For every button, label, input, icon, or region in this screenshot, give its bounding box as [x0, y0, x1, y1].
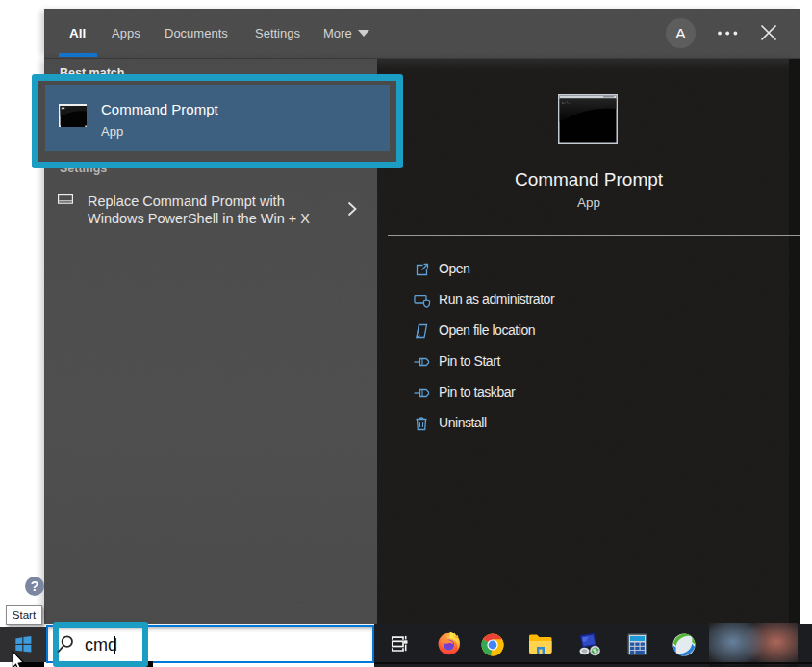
- svg-text:C:\.: C:\.: [562, 101, 571, 105]
